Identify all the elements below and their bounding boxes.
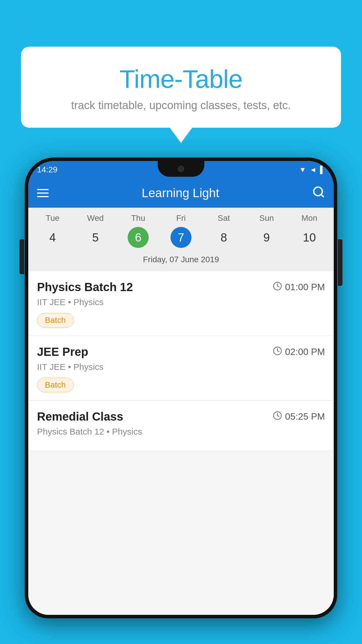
camera-dot [178,166,184,172]
hamburger-line-3 [37,196,49,197]
card-3-top-row: Remedial Class 05:25 PM [37,410,325,423]
calendar-day-wed[interactable]: Wed 5 [85,214,106,248]
cal-day-name-wed: Wed [87,214,104,223]
signal-icon: ◄ [310,166,317,174]
card-2-time-text: 02:00 PM [285,346,325,357]
card-1-subtitle: IIT JEE • Physics [37,297,325,307]
cal-day-name-sun: Sun [259,214,274,223]
hamburger-line-2 [37,192,49,194]
card-1-title: Physics Batch 12 [37,281,133,294]
hamburger-menu-button[interactable] [37,189,49,197]
calendar-days: Tue 4 Wed 5 Thu 6 Fri 7 [31,214,331,248]
cal-day-name-tue: Tue [46,214,59,223]
phone-outer: 14:29 ▼ ◄ ▌ Learning Light [25,158,337,618]
speech-bubble: Time-Table track timetable, upcoming cla… [21,47,341,128]
card-2-batch-badge: Batch [37,378,74,392]
cal-day-num-sat: 8 [213,227,234,248]
cal-day-name-fri: Fri [176,214,186,223]
screen-content: 14:29 ▼ ◄ ▌ Learning Light [28,161,334,615]
wifi-icon: ▼ [299,166,306,174]
calendar-day-sat[interactable]: Sat 8 [213,214,234,248]
clock-icon-1 [273,281,282,293]
cal-day-num-mon: 10 [299,227,320,248]
bubble-subtitle: track timetable, upcoming classes, tests… [36,99,326,112]
app-bar: Learning Light [28,178,334,208]
class-card-1[interactable]: Physics Batch 12 01:00 PM [28,271,334,336]
card-3-time: 05:25 PM [273,411,325,422]
phone-notch [158,161,204,177]
cards-container: Physics Batch 12 01:00 PM [28,271,334,615]
card-1-top-row: Physics Batch 12 01:00 PM [37,281,325,294]
calendar-day-sun[interactable]: Sun 9 [256,214,277,248]
cal-day-name-mon: Mon [301,214,317,223]
calendar-day-fri[interactable]: Fri 7 [171,214,191,248]
cal-day-name-thu: Thu [131,214,145,223]
selected-date-label: Friday, 07 June 2019 [31,252,331,268]
clock-icon-2 [273,346,282,358]
status-icons: ▼ ◄ ▌ [299,166,325,174]
calendar-day-tue[interactable]: Tue 4 [42,214,63,248]
card-1-time-text: 01:00 PM [285,282,325,293]
class-card-3[interactable]: Remedial Class 05:25 PM [28,401,334,451]
card-2-subtitle: IIT JEE • Physics [37,362,325,372]
card-3-title: Remedial Class [37,410,123,423]
hamburger-line-1 [37,189,49,190]
phone-wrapper: 14:29 ▼ ◄ ▌ Learning Light [25,158,337,644]
card-1-time: 01:00 PM [273,281,325,293]
calendar-day-thu[interactable]: Thu 6 [128,214,149,248]
card-2-top-row: JEE Prep 02:00 PM [37,345,325,358]
clock-icon-3 [273,411,282,422]
class-card-2[interactable]: JEE Prep 02:00 PM [28,336,334,401]
cal-day-num-fri: 7 [171,227,191,248]
calendar-day-mon[interactable]: Mon 10 [299,214,320,248]
search-button[interactable] [312,186,325,201]
speech-bubble-wrapper: Time-Table track timetable, upcoming cla… [21,47,341,128]
cal-day-num-sun: 9 [256,227,277,248]
battery-icon: ▌ [320,166,325,174]
svg-line-1 [321,194,324,197]
card-2-title: JEE Prep [37,345,88,358]
card-3-subtitle: Physics Batch 12 • Physics [37,427,325,437]
phone-screen: 14:29 ▼ ◄ ▌ Learning Light [28,161,334,615]
app-bar-title: Learning Light [57,186,303,200]
cal-day-name-sat: Sat [218,214,230,223]
calendar-section: Tue 4 Wed 5 Thu 6 Fri 7 [28,208,334,271]
cal-day-num-tue: 4 [42,227,63,248]
card-2-time: 02:00 PM [273,346,325,358]
card-3-time-text: 05:25 PM [285,411,325,422]
cal-day-num-wed: 5 [85,227,106,248]
card-1-batch-badge: Batch [37,313,74,328]
bubble-title: Time-Table [36,64,326,94]
cal-day-num-thu: 6 [128,227,149,248]
status-time: 14:29 [37,165,57,174]
